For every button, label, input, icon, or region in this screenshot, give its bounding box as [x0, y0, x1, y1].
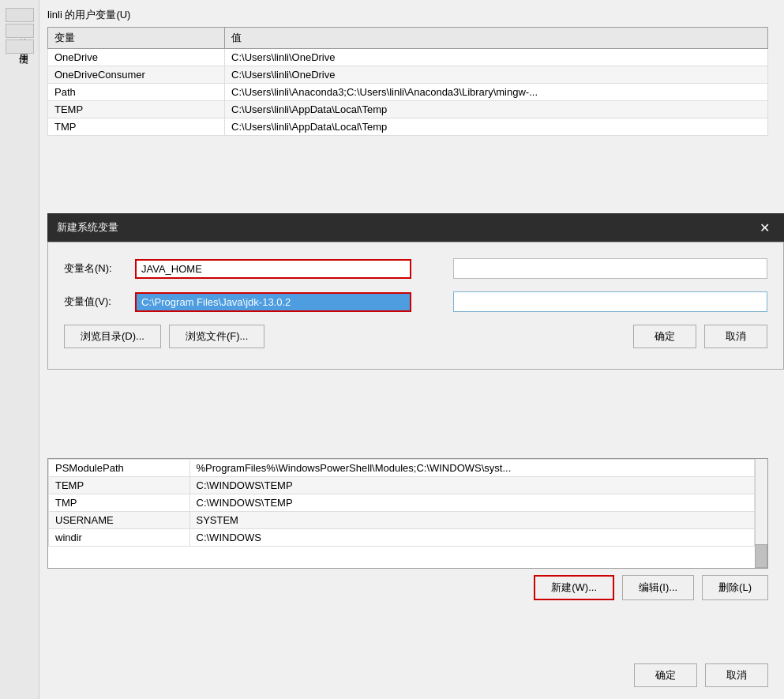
sys-vars-section: PSModulePath%ProgramFiles%\WindowsPowerS…	[47, 458, 768, 616]
scrollbar-thumb[interactable]	[755, 544, 767, 568]
user-var-name: OneDrive	[48, 49, 225, 66]
dialog-title: 新建系统变量	[57, 220, 118, 235]
bottom-cancel-button[interactable]: 取消	[705, 663, 768, 687]
scrollbar-track	[755, 459, 767, 568]
sys-var-row: USERNAMESYSTEM	[49, 512, 755, 529]
var-name-label: 变量名(N):	[64, 261, 135, 276]
sys-var-name: USERNAME	[49, 512, 190, 529]
sys-var-row: TMPC:\WINDOWS\TEMP	[49, 494, 755, 512]
sys-var-value: C:\WINDOWS\TEMP	[189, 494, 755, 512]
sys-var-row: windirC:\WINDOWS	[49, 529, 755, 547]
user-var-value: C:\Users\linli\OneDrive	[225, 49, 768, 66]
bottom-ok-button[interactable]: 确定	[634, 663, 697, 687]
sys-var-value: C:\WINDOWS\TEMP	[189, 477, 755, 494]
user-var-value: C:\Users\linli\AppData\Local\Temp	[225, 101, 768, 118]
var-name-row: 变量名(N):	[64, 258, 767, 279]
var-value-input-wrapper	[135, 292, 448, 312]
sys-var-row: TEMPC:\WINDOWS\TEMP	[49, 477, 755, 494]
sidebar-btn-3[interactable]: 使用	[6, 39, 34, 54]
user-vars-table: 变量 值 OneDriveC:\Users\linli\OneDriveOneD…	[47, 27, 768, 136]
user-var-row: OneDriveConsumerC:\Users\linli\OneDrive	[48, 66, 768, 84]
delete-var-button[interactable]: 删除(L)	[702, 575, 768, 600]
background-window: 护 管 使用 linli 的用户变量(U) 变量 值 OneDriveC:\Us…	[0, 0, 784, 699]
sys-var-name: PSModulePath	[49, 460, 190, 477]
new-var-button[interactable]: 新建(W)...	[534, 575, 614, 600]
var-name-input-wrapper	[135, 259, 448, 279]
user-vars-title: linli 的用户变量(U)	[47, 8, 768, 22]
browse-file-button[interactable]: 浏览文件(F)...	[169, 325, 264, 348]
sys-var-value: %ProgramFiles%\WindowsPowerShell\Modules…	[189, 460, 755, 477]
dialog-close-button[interactable]: ✕	[755, 220, 775, 235]
sys-var-value: C:\WINDOWS	[189, 529, 755, 547]
sys-vars-table-wrapper: PSModulePath%ProgramFiles%\WindowsPowerS…	[47, 458, 768, 569]
user-var-value: C:\Users\linli\AppData\Local\Temp	[225, 118, 768, 136]
ok-button[interactable]: 确定	[633, 325, 696, 348]
sys-var-name: TMP	[49, 494, 190, 512]
sidebar-btn-2[interactable]: 管	[6, 24, 34, 38]
user-var-row: TEMPC:\Users\linli\AppData\Local\Temp	[48, 101, 768, 118]
cancel-button[interactable]: 取消	[704, 325, 767, 348]
sys-var-name: windir	[49, 529, 190, 547]
user-vars-section: linli 的用户变量(U) 变量 值 OneDriveC:\Users\lin…	[47, 8, 768, 194]
var-value-label: 变量值(V):	[64, 295, 135, 309]
sys-vars-buttons: 新建(W)... 编辑(I)... 删除(L)	[47, 575, 768, 600]
var-name-input[interactable]	[135, 259, 411, 279]
sidebar-btn-1[interactable]: 护	[6, 8, 34, 22]
dialog-action-buttons: 浏览目录(D)... 浏览文件(F)... 确定 取消	[64, 325, 767, 356]
user-var-row: TMPC:\Users\linli\AppData\Local\Temp	[48, 118, 768, 136]
col-var-header: 变量	[48, 28, 225, 49]
user-var-name: Path	[48, 84, 225, 101]
user-var-row: PathC:\Users\linli\Anaconda3;C:\Users\li…	[48, 84, 768, 101]
sys-vars-table: PSModulePath%ProgramFiles%\WindowsPowerS…	[48, 459, 755, 547]
sidebar: 护 管 使用	[0, 0, 39, 699]
user-var-value: C:\Users\linli\Anaconda3;C:\Users\linli\…	[225, 84, 768, 101]
dialog-body: 变量名(N): 变量值(V): 浏览目录(D)... 浏览文件(F)...	[47, 242, 784, 370]
new-var-dialog: 新建系统变量 ✕ 变量名(N): 变量值(V):	[47, 213, 784, 370]
user-var-name: TMP	[48, 118, 225, 136]
var-value-input[interactable]	[135, 292, 411, 312]
dialog-titlebar: 新建系统变量 ✕	[47, 213, 784, 242]
sys-var-row: PSModulePath%ProgramFiles%\WindowsPowerS…	[49, 460, 755, 477]
bottom-buttons: 确定 取消	[634, 663, 768, 687]
sys-var-name: TEMP	[49, 477, 190, 494]
user-var-name: TEMP	[48, 101, 225, 118]
user-var-name: OneDriveConsumer	[48, 66, 225, 84]
user-var-row: OneDriveC:\Users\linli\OneDrive	[48, 49, 768, 66]
sys-var-value: SYSTEM	[189, 512, 755, 529]
col-val-header: 值	[225, 28, 768, 49]
browse-dir-button[interactable]: 浏览目录(D)...	[64, 325, 161, 348]
edit-var-button[interactable]: 编辑(I)...	[622, 575, 694, 600]
user-var-value: C:\Users\linli\OneDrive	[225, 66, 768, 84]
var-value-row: 变量值(V):	[64, 291, 767, 312]
